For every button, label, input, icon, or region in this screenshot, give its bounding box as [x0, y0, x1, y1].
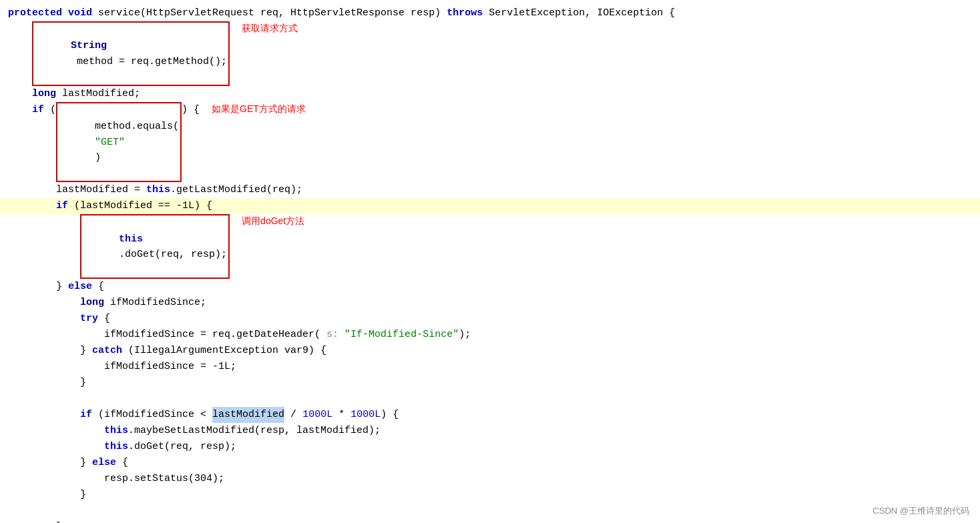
code-line-4: if ( method.equals( "GET" ) ) { 如果是GET方式… [0, 102, 980, 182]
annotation-get: 如果是GET方式的请求 [212, 102, 306, 117]
code-line-6: if (lastModified == -1L) { [0, 198, 980, 214]
keyword-throws: throws [447, 5, 483, 21]
code-line-3: long lastModified; [0, 86, 980, 102]
red-box-getmethod: String method = req.getMethod(); [32, 21, 230, 86]
code-line-7: this .doGet(req, resp); 调用doGet方法 [0, 214, 980, 279]
code-line-16: if (ifModifiedSince < lastModified / 100… [0, 407, 980, 423]
code-line-15 [0, 391, 980, 407]
highlight-lastmodified: lastModified [212, 407, 284, 422]
code-line-8: } else { [0, 279, 980, 295]
code-line-13: ifModifiedSince = -1L; [0, 359, 980, 375]
code-line-12: } catch (IllegalArgumentException var9) … [0, 343, 980, 359]
code-line-14: } [0, 375, 980, 391]
code-line-22 [0, 503, 980, 519]
keyword-void: void [68, 5, 92, 21]
code-line-18: this .doGet(req, resp); [0, 439, 980, 455]
code-line-9: long ifModifiedSince; [0, 295, 980, 311]
red-box-doget: this .doGet(req, resp); [80, 214, 230, 279]
annotation-doget: 调用doGet方法 [242, 214, 304, 229]
code-line-2: String method = req.getMethod(); 获取请求方式 [0, 21, 980, 86]
keyword-catch: catch [92, 343, 122, 358]
keyword-protected: protected [8, 5, 62, 21]
red-box-get: method.equals( "GET" ) [56, 102, 182, 182]
code-line-10: try { [0, 311, 980, 327]
code-line-23: } [0, 519, 980, 523]
code-line-11: ifModifiedSince = req.getDateHeader( s: … [0, 327, 980, 343]
code-line-5: lastModified = this .getLastModified(req… [0, 182, 980, 198]
code-line-19: } else { [0, 455, 980, 471]
code-line-21: } [0, 487, 980, 503]
watermark: CSDN @王维诗里的代码 [873, 504, 969, 518]
code-line-17: this .maybeSetLastModified(resp, lastMod… [0, 423, 980, 439]
code-container: protected void service(HttpServletReques… [0, 0, 980, 523]
code-line-20: resp.setStatus(304); [0, 471, 980, 487]
annotation-getmethod: 获取请求方式 [242, 21, 298, 36]
code-line-1: protected void service(HttpServletReques… [0, 5, 980, 21]
